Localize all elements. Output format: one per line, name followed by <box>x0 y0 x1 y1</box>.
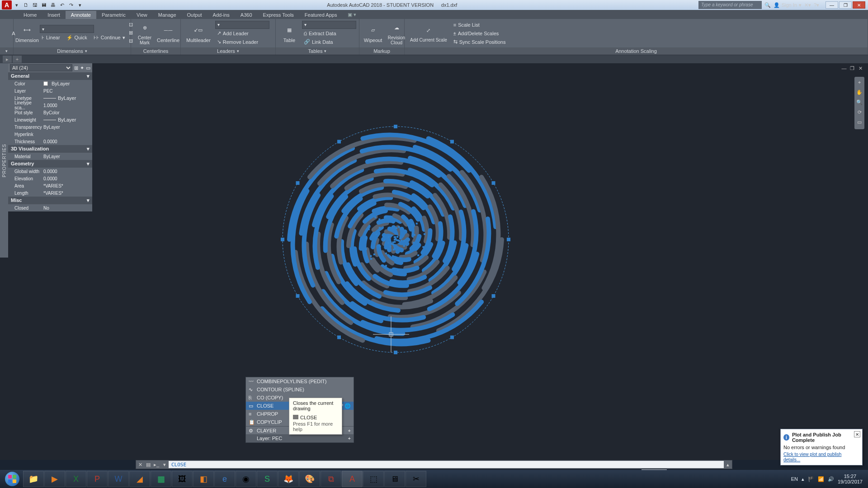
remove-leader-button[interactable]: ↘Remove Leader <box>215 38 269 46</box>
qat-redo-icon[interactable]: ↷ <box>67 1 75 9</box>
qat-saveas-icon[interactable]: 🖬 <box>40 1 48 9</box>
section-geometry[interactable]: Geometry▾ <box>8 160 92 168</box>
prop-elev-value[interactable]: 0.0000 <box>43 176 92 181</box>
prop-gwidth-value[interactable]: 0.0000 <box>43 169 92 174</box>
tray-lang[interactable]: EN <box>791 476 798 482</box>
table-button[interactable]: ▦Table <box>278 23 300 44</box>
exchange-icon[interactable]: ✕▾ <box>804 2 811 8</box>
taskbar-autocad[interactable]: A <box>342 471 363 487</box>
prop-closed-value[interactable]: No <box>43 206 92 211</box>
prop-thickness-value[interactable]: 0.0000 <box>43 139 92 144</box>
quick-button[interactable]: ⚡Quick <box>65 33 89 42</box>
section-3dviz[interactable]: 3D Visualization▾ <box>8 145 92 153</box>
tab-featured[interactable]: Featured Apps <box>299 11 343 19</box>
start-button[interactable] <box>2 471 23 487</box>
prop-ltscale-value[interactable]: 1.0000 <box>43 103 92 108</box>
quickselect-icon[interactable]: ⊞ <box>74 65 78 71</box>
taskbar-matlab[interactable]: ◢ <box>129 471 150 487</box>
prop-plotstyle-value[interactable]: ByColor <box>43 110 92 115</box>
tab-express[interactable]: Express Tools <box>258 11 299 19</box>
command-input[interactable] <box>169 461 724 468</box>
prop-color-value[interactable]: ByLayer <box>43 81 92 86</box>
tab-annotate[interactable]: Annotate <box>66 11 96 19</box>
tab-parametric[interactable]: Parametric <box>96 11 131 19</box>
taskbar-chrome[interactable]: ◉ <box>236 471 256 487</box>
window-close-button[interactable]: ✕ <box>853 1 865 9</box>
doc-tab-add[interactable]: + <box>13 56 22 63</box>
mleaderstyle-dropdown[interactable]: ▾ <box>215 21 269 29</box>
nav-zoom-icon[interactable]: 🔍 <box>856 99 863 107</box>
prop-linetype-value[interactable]: ByLayer <box>43 95 92 101</box>
ac-layer-hint[interactable]: Layer: PEC+ <box>246 434 354 442</box>
taskbar-powerpoint[interactable]: P <box>87 471 108 487</box>
dimstyle-dropdown[interactable]: ▾ <box>40 25 94 33</box>
help-search-input[interactable]: Type a keyword or phrase <box>698 1 762 9</box>
taskbar-app4[interactable]: S <box>257 471 278 487</box>
taskbar-app6[interactable]: 🖥 <box>384 471 405 487</box>
ac-item[interactable]: ∿CONTOUR (SPLINE) <box>246 385 354 394</box>
drawing-canvas[interactable]: — ❐ ✕ ⌖ ✋ 🔍 ⟳ ▭ 〰COMBINEPOLYLIN <box>93 63 866 460</box>
center-mark-button[interactable]: ⊕Center Mark <box>134 21 156 46</box>
continue-button[interactable]: ⊦⊦Continue▾ <box>92 33 127 42</box>
prop-material-value[interactable]: ByLayer <box>43 154 92 159</box>
tray-network-icon[interactable]: 📶 <box>818 476 824 482</box>
revcloud-button[interactable]: ☁Revision Cloud <box>386 21 407 46</box>
taskbar-app5[interactable]: ⬚ <box>363 471 384 487</box>
tray-clock[interactable]: 15:27 19/10/2017 <box>838 474 863 484</box>
tab-view[interactable]: View <box>131 11 153 19</box>
link-data-button[interactable]: 🔗Link Data <box>302 38 356 46</box>
prop-lineweight-value[interactable]: ByLayer <box>43 117 92 122</box>
qat-new-icon[interactable]: ▾ <box>13 1 21 9</box>
viewport-maximize-button[interactable]: ❐ <box>849 65 855 71</box>
viewport-minimize-button[interactable]: — <box>841 65 847 71</box>
taskbar-excel[interactable]: X <box>66 471 86 487</box>
ac-item[interactable]: 〰COMBINEPOLYLINES (PEDIT) <box>246 377 354 385</box>
add-del-scales-button[interactable]: ±Add/Delete Scales <box>452 29 508 38</box>
taskbar-snip[interactable]: ✂ <box>406 471 426 487</box>
taskbar-app3[interactable]: ◧ <box>193 471 214 487</box>
selectobjects-icon[interactable]: ▭ <box>86 65 90 71</box>
add-leader-button[interactable]: ↗Add Leader <box>215 29 269 38</box>
window-maximize-button[interactable]: ❐ <box>839 1 852 9</box>
dimension-button[interactable]: ⟷ Dimension <box>16 23 38 44</box>
pickadd-icon[interactable]: ✦ <box>80 65 84 71</box>
tab-add[interactable]: ▣ ▾ <box>342 10 362 19</box>
sync-scales-button[interactable]: ⇆Sync Scale Positions <box>452 38 508 46</box>
tab-addins[interactable]: Add-ins <box>208 11 235 19</box>
nav-fullnav-icon[interactable]: ⌖ <box>856 80 863 87</box>
selection-filter-dropdown[interactable]: All (24) <box>10 64 72 71</box>
extract-data-button[interactable]: ⎙Extract Data <box>302 29 356 38</box>
qat-plot-icon[interactable]: 🖶 <box>49 1 57 9</box>
qat-undo-icon[interactable]: ↶ <box>58 1 66 9</box>
multileader-button[interactable]: ↙▭Multileader <box>184 23 213 44</box>
section-general[interactable]: General▾ <box>8 72 92 80</box>
linear-button[interactable]: ⊦Linear <box>40 33 62 42</box>
centerline-button[interactable]: ─·─Centerline <box>157 23 179 44</box>
nav-showmotion-icon[interactable]: ▭ <box>856 119 863 127</box>
qat-open-icon[interactable]: 🗋 <box>22 1 30 9</box>
section-misc[interactable]: Misc▾ <box>8 197 92 204</box>
qat-save-icon[interactable]: 🖫 <box>31 1 39 9</box>
cmd-customize-icon[interactable]: ▤ <box>144 460 152 469</box>
prop-length-value[interactable]: *VARIES* <box>43 191 92 196</box>
prop-layer-value[interactable]: PEC <box>43 89 92 94</box>
taskbar-word[interactable]: W <box>108 471 129 487</box>
cmd-close-icon[interactable]: ✕ <box>136 460 144 469</box>
taskbar-explorer[interactable]: 📁 <box>23 471 44 487</box>
notification-close-button[interactable]: ✕ <box>854 431 860 437</box>
prop-area-value[interactable]: *VARIES* <box>43 183 92 188</box>
nav-orbit-icon[interactable]: ⟳ <box>856 109 863 117</box>
taskbar-paint[interactable]: 🎨 <box>299 471 320 487</box>
prop-transp-value[interactable]: ByLayer <box>43 125 92 130</box>
properties-palette-tab[interactable]: PROPERTIES <box>0 63 8 258</box>
taskbar-app1[interactable]: ▦ <box>151 471 171 487</box>
add-current-scale-button[interactable]: ⤢Add Current Scale <box>407 23 450 43</box>
sign-in-button[interactable]: 👤Sign In▾ <box>774 2 802 8</box>
ac-globe-icon[interactable]: 🌐 <box>344 403 351 409</box>
taskbar-firefox[interactable]: 🦊 <box>278 471 299 487</box>
tab-a360[interactable]: A360 <box>235 11 258 19</box>
tab-output[interactable]: Output <box>182 11 208 19</box>
wipeout-button[interactable]: ▱Wipeout <box>362 23 384 44</box>
taskbar-app2[interactable]: 🖼 <box>172 471 193 487</box>
doc-tab-start[interactable]: ▸ <box>3 56 12 63</box>
